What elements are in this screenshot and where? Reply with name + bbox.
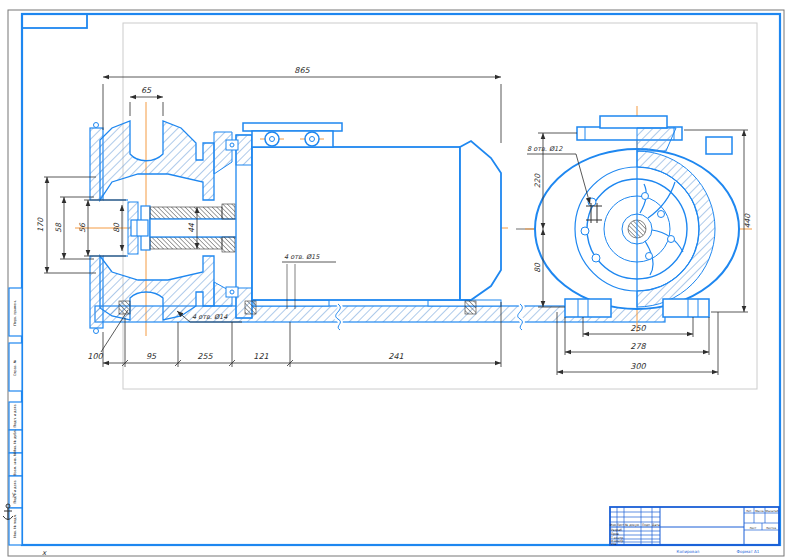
tb-col-data: Дата [652, 523, 660, 527]
label-bolt-holes: 8 отв. Ø12 [527, 145, 563, 153]
balance-hole [668, 236, 675, 243]
dim-170: 170 [36, 217, 45, 233]
flange-bolt-top [226, 140, 238, 150]
tb-col-doc: № докум. [625, 523, 640, 527]
tb-sheet: Лист [750, 526, 757, 530]
seal-bottom [222, 237, 235, 252]
dim-440: 440 [743, 213, 752, 229]
dim-44: 44 [187, 223, 196, 233]
anchor-bolt [119, 301, 130, 314]
flange-bolt-hole [592, 254, 600, 262]
seal-top [222, 204, 235, 219]
dim-241: 241 [388, 352, 403, 361]
flange-bolt [94, 123, 99, 128]
dim-95: 95 [146, 352, 157, 361]
dim-56: 56 [78, 222, 87, 233]
flange-bolt-bottom [226, 287, 238, 297]
margin-label: Взам. инв. № [13, 452, 17, 475]
label-motor-holes: 4 отв. Ø15 [284, 253, 320, 261]
terminal-box-lid [243, 123, 342, 131]
tb-mass: Масса [755, 509, 764, 513]
terminal-bolt [265, 132, 279, 146]
flange-bolt-hole [581, 227, 589, 235]
flange-bolt [94, 329, 99, 334]
shaft-nut [131, 220, 148, 236]
dim-220: 220 [533, 173, 542, 189]
motor-fan-cover [460, 141, 501, 300]
format-note: Формат A1 [737, 549, 760, 554]
shaft-sleeve-top [150, 207, 222, 219]
origin-y-marker: y [12, 490, 16, 498]
anchor-bolt [465, 301, 476, 314]
drawing-sheet: Перв. примен. Справ. № Подп. и дата Инв.… [0, 0, 788, 559]
terminal-bolt [305, 132, 319, 146]
discharge-pipe [600, 116, 667, 128]
margin-label: Инв. № подл. [13, 514, 17, 537]
margin-label: Перв. примен. [13, 300, 17, 325]
margin-label: Инв. № дубл. [13, 429, 17, 452]
label-base-holes: 4 отв. Ø14 [192, 313, 228, 321]
casing-foot-right [663, 299, 709, 317]
dim-58: 58 [54, 222, 63, 233]
balance-hole [642, 193, 649, 200]
dim-100: 100 [87, 352, 103, 361]
tb-col-list: Лист [617, 523, 625, 527]
dim-250: 250 [630, 324, 646, 333]
tb-col-podp: Подп. [642, 523, 651, 527]
casing-lug [706, 137, 732, 154]
tb-row-utv: Утв. [611, 542, 617, 546]
anchor-bolt [245, 301, 256, 314]
copied-note: Копировал [677, 549, 700, 554]
dim-80r: 80 [533, 262, 542, 273]
dim-121: 121 [253, 352, 268, 361]
shaft-sleeve-bottom [150, 237, 222, 249]
dim-278: 278 [630, 342, 646, 351]
dim-865: 865 [294, 66, 310, 75]
motor-body [252, 147, 460, 300]
tb-sheets: Листов [766, 526, 776, 530]
dim-255: 255 [197, 352, 213, 361]
dim-65: 65 [141, 86, 152, 95]
dim-80: 80 [112, 222, 121, 233]
balance-hole [646, 253, 653, 260]
margin-label: Справ. № [13, 359, 17, 376]
balance-hole [658, 211, 665, 218]
tb-scale: Масштаб [766, 509, 779, 513]
tb-lit: Лит. [746, 509, 752, 513]
margin-label: Подп. и дата [13, 404, 17, 427]
dim-300: 300 [630, 362, 646, 371]
